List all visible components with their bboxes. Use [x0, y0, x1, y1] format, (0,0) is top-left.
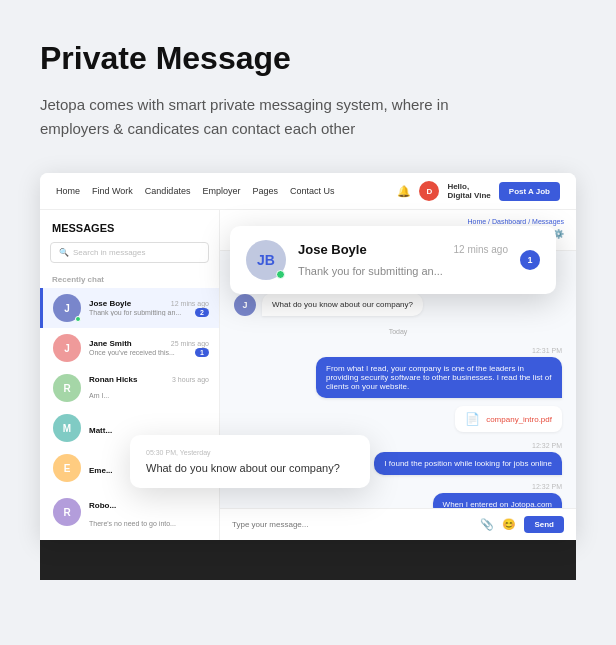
message-input[interactable]	[232, 520, 472, 529]
chat-info: Jane Smith 25 mins ago Once you've recei…	[89, 339, 209, 357]
file-icon: 📄	[465, 412, 480, 426]
emoji-icon[interactable]: 😊	[502, 518, 516, 531]
recently-chat-label: Recently chat	[40, 271, 219, 288]
chat-info: Ronan Hicks 3 hours ago Am I...	[89, 375, 209, 402]
chat-preview: There's no need to go into...	[89, 520, 176, 527]
bubble-right-inner: 12:32 PM When I entered on Jotopa.com	[433, 483, 562, 508]
list-item[interactable]: R Ronan Hicks 3 hours ago Am I...	[40, 368, 219, 408]
messages-area: MESSAGES 🔍 Search in messages Recently c…	[40, 210, 576, 540]
contact-name: Matt...	[89, 426, 112, 435]
chat-preview: Am I...	[89, 392, 109, 399]
avatar: R	[53, 374, 81, 402]
popup-online-indicator	[276, 270, 285, 279]
bell-icon[interactable]: 🔔	[397, 185, 411, 198]
browser-mockup: Home Find Work Candidates Employer Pages…	[40, 173, 576, 540]
contact-time: 12 mins ago	[171, 300, 209, 307]
bubble-text-right: I found the position while looking for j…	[374, 452, 562, 475]
list-item[interactable]: J Jane Smith 25 mins ago Once you've rec…	[40, 328, 219, 368]
bubble-text: What do you know about our company?	[262, 293, 423, 316]
list-item[interactable]: R Robo... There's no need to go into...	[40, 488, 219, 536]
date-label: Today	[234, 328, 562, 335]
bubble-text-right: When I entered on Jotopa.com	[433, 493, 562, 508]
list-item[interactable]: J Jose Boyle 12 mins ago Thank you for s…	[40, 288, 219, 328]
contact-name: Jane Smith	[89, 339, 132, 348]
attachment-bubble: 📄 company_intro.pdf	[455, 406, 562, 432]
search-icon: 🔍	[59, 248, 69, 257]
message-bubble-right: 12:31 PM From what I read, your company …	[234, 347, 562, 398]
chat-input-bar: 📎 😊 Send	[220, 508, 576, 540]
nav-hello: Hello, Digital Vine	[447, 182, 490, 200]
popup-avatar: JB	[246, 240, 286, 280]
page-description: Jetopa comes with smart private messagin…	[40, 93, 500, 141]
message-attachment-right: 📄 company_intro.pdf	[234, 406, 562, 434]
popup-name-row: Jose Boyle 12 mins ago	[298, 242, 508, 257]
page-title: Private Message	[40, 40, 576, 77]
search-box[interactable]: 🔍 Search in messages	[50, 242, 209, 263]
chat-popup: 05:30 PM, Yesterday What do you know abo…	[130, 435, 370, 488]
popup-name: Jose Boyle	[298, 242, 367, 257]
bubble-text-right: From what I read, your company is one of…	[316, 357, 562, 398]
avatar: D	[419, 181, 439, 201]
nav-right: 🔔 D Hello, Digital Vine Post A Job	[397, 181, 560, 201]
attachment-name: company_intro.pdf	[486, 415, 552, 424]
send-button[interactable]: Send	[524, 516, 564, 533]
list-item[interactable]: A Alpha Investing Sunday Now that the In…	[40, 536, 219, 540]
bubble-right-inner: 📄 company_intro.pdf	[455, 406, 562, 434]
nav-home[interactable]: Home	[56, 186, 80, 196]
chat-name-row: Jose Boyle 12 mins ago	[89, 299, 209, 308]
nav-candidates[interactable]: Candidates	[145, 186, 191, 196]
chat-name-row: Ronan Hicks 3 hours ago	[89, 375, 209, 384]
chat-info: Jose Boyle 12 mins ago Thank you for sub…	[89, 299, 209, 317]
attachment-icon[interactable]: 📎	[480, 518, 494, 531]
contact-name: Eme...	[89, 466, 113, 475]
bubble-right-inner: 12:32 PM I found the position while look…	[374, 442, 562, 475]
contact-time: 25 mins ago	[171, 340, 209, 347]
popup-time: 12 mins ago	[454, 244, 508, 255]
chat-popup-time: 05:30 PM, Yesterday	[146, 449, 354, 456]
popup-badge: 1	[520, 250, 540, 270]
popup-message: Thank you for submitting an...	[298, 265, 443, 277]
online-indicator	[75, 316, 81, 322]
search-placeholder: Search in messages	[73, 248, 145, 257]
avatar: J	[53, 294, 81, 322]
nav-employer[interactable]: Employer	[202, 186, 240, 196]
nav-pages[interactable]: Pages	[252, 186, 278, 196]
bubble-avatar: J	[234, 294, 256, 316]
nav-links: Home Find Work Candidates Employer Pages…	[56, 186, 381, 196]
avatar: J	[53, 334, 81, 362]
chat-name-row: Jane Smith 25 mins ago	[89, 339, 209, 348]
bubble-time: 12:31 PM	[532, 347, 562, 354]
bubble-right-inner: 12:31 PM From what I read, your company …	[316, 347, 562, 398]
avatar: E	[53, 454, 81, 482]
bubble-time: 12:32 PM	[532, 483, 562, 490]
contact-name: Ronan Hicks	[89, 375, 137, 384]
messages-title: MESSAGES	[40, 210, 219, 242]
avatar: M	[53, 414, 81, 442]
unread-badge: 1	[195, 348, 209, 357]
contact-time: 3 hours ago	[172, 376, 209, 383]
contact-name: Robo...	[89, 501, 116, 510]
popup-content: Jose Boyle 12 mins ago Thank you for sub…	[298, 242, 508, 279]
nav-find-work[interactable]: Find Work	[92, 186, 133, 196]
chat-popup-text: What do you know about our company?	[146, 462, 354, 474]
page-container: Private Message Jetopa comes with smart …	[0, 0, 616, 580]
chat-info: Robo... There's no need to go into...	[89, 494, 209, 530]
bottom-bar	[40, 540, 576, 580]
notification-popup: JB Jose Boyle 12 mins ago Thank you for …	[230, 226, 556, 294]
breadcrumb: Home / Dashboard / Messages	[468, 218, 565, 225]
bubble-time: 12:32 PM	[532, 442, 562, 449]
avatar: R	[53, 498, 81, 526]
chat-preview: Thank you for submitting an...	[89, 309, 181, 316]
msg-sidebar: MESSAGES 🔍 Search in messages Recently c…	[40, 210, 220, 540]
nav-contact[interactable]: Contact Us	[290, 186, 335, 196]
chat-preview: Once you've received this...	[89, 349, 175, 356]
navbar: Home Find Work Candidates Employer Pages…	[40, 173, 576, 210]
contact-name: Jose Boyle	[89, 299, 131, 308]
post-job-button[interactable]: Post A Job	[499, 182, 560, 201]
unread-badge: 2	[195, 308, 209, 317]
